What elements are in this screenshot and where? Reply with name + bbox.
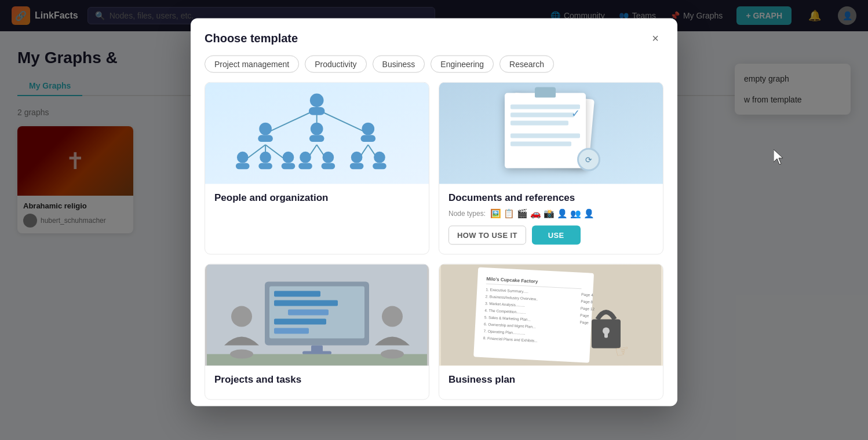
node-type-person-icon: 👤 bbox=[557, 208, 568, 219]
modal-header: Choose template × bbox=[191, 19, 677, 56]
svg-rect-15 bbox=[309, 135, 324, 142]
svg-rect-11 bbox=[309, 107, 325, 115]
svg-rect-37 bbox=[288, 310, 329, 316]
svg-line-2 bbox=[317, 109, 369, 133]
svg-point-46 bbox=[381, 350, 404, 359]
how-to-use-button[interactable]: HOW TO USE IT bbox=[448, 226, 526, 245]
template-grid: People and organization bbox=[191, 82, 677, 406]
svg-rect-66 bbox=[604, 331, 608, 338]
node-type-car-icon: 🚗 bbox=[530, 208, 541, 219]
node-types-row: Node types: 🖼️ 📋 🎬 🚗 📸 👤 👥 👤 bbox=[448, 208, 654, 219]
template-name-projects: Projects and tasks bbox=[214, 374, 420, 386]
svg-point-12 bbox=[260, 122, 272, 135]
template-card-docs-refs: ✓ ⟳ Documents and references Node types:… bbox=[439, 82, 663, 255]
svg-rect-38 bbox=[274, 319, 326, 325]
svg-point-22 bbox=[283, 152, 294, 163]
svg-rect-23 bbox=[282, 163, 296, 169]
svg-point-45 bbox=[230, 350, 253, 359]
template-body-bizplan: Business plan bbox=[439, 366, 663, 399]
node-types-label: Node types: bbox=[448, 210, 486, 218]
template-card-people-org: People and organization bbox=[205, 82, 429, 255]
svg-rect-27 bbox=[322, 163, 335, 169]
template-card-bizplan: Milo's Cupcake Factory 1. Executive Summ… bbox=[439, 264, 663, 400]
template-name-bizplan: Business plan bbox=[448, 374, 654, 386]
filter-chips: Project management Productivity Business… bbox=[191, 56, 677, 82]
node-type-user-icon: 👤 bbox=[583, 208, 595, 219]
svg-point-16 bbox=[362, 122, 375, 135]
chip-engineering[interactable]: Engineering bbox=[431, 56, 494, 73]
template-actions-docs: HOW TO USE IT USE bbox=[448, 226, 654, 245]
svg-rect-13 bbox=[258, 135, 273, 142]
modal-title: Choose template bbox=[205, 31, 298, 45]
svg-line-0 bbox=[265, 109, 317, 133]
svg-rect-31 bbox=[373, 163, 386, 169]
svg-text:☞: ☞ bbox=[614, 341, 631, 361]
svg-point-14 bbox=[311, 122, 323, 135]
use-button[interactable]: USE bbox=[532, 226, 581, 245]
svg-rect-36 bbox=[274, 300, 338, 306]
template-body-projects: Projects and tasks bbox=[205, 366, 429, 399]
svg-rect-21 bbox=[259, 163, 273, 169]
node-type-group-icon: 👥 bbox=[570, 208, 581, 219]
svg-point-18 bbox=[237, 152, 249, 163]
chip-business[interactable]: Business bbox=[373, 56, 425, 73]
node-type-photo-icon: 📸 bbox=[544, 208, 555, 219]
chip-research[interactable]: Research bbox=[499, 56, 554, 73]
template-name-docs-refs: Documents and references bbox=[448, 192, 654, 204]
docs-illustration: ✓ ⟳ bbox=[439, 83, 663, 184]
template-body-docs-refs: Documents and references Node types: 🖼️ … bbox=[439, 184, 663, 254]
svg-rect-39 bbox=[274, 328, 309, 334]
svg-point-44 bbox=[382, 306, 403, 327]
svg-rect-25 bbox=[298, 163, 312, 169]
chip-productivity[interactable]: Productivity bbox=[305, 56, 366, 73]
svg-point-28 bbox=[351, 152, 363, 163]
template-card-projects: Projects and tasks bbox=[205, 264, 429, 400]
svg-point-10 bbox=[310, 93, 324, 107]
org-chart-illustration bbox=[205, 83, 429, 184]
node-type-video-icon: 🎬 bbox=[517, 208, 528, 219]
choose-template-modal: Choose template × Project management Pro… bbox=[191, 19, 677, 406]
modal-close-button[interactable]: × bbox=[647, 30, 663, 46]
svg-point-20 bbox=[260, 152, 272, 163]
node-type-doc-icon: 📋 bbox=[504, 208, 515, 219]
svg-point-24 bbox=[300, 152, 311, 163]
svg-rect-17 bbox=[361, 135, 376, 142]
template-body-people-org: People and organization bbox=[205, 184, 429, 218]
projects-illustration bbox=[205, 265, 429, 366]
svg-rect-35 bbox=[274, 291, 320, 297]
template-name-people-org: People and organization bbox=[214, 192, 420, 204]
svg-point-26 bbox=[323, 152, 334, 163]
svg-rect-29 bbox=[350, 163, 364, 169]
bizplan-illustration: Milo's Cupcake Factory 1. Executive Summ… bbox=[439, 265, 663, 366]
svg-rect-19 bbox=[236, 163, 250, 169]
svg-point-30 bbox=[374, 152, 385, 163]
chip-project-management[interactable]: Project management bbox=[205, 56, 299, 73]
svg-point-43 bbox=[231, 306, 252, 327]
node-type-image-icon: 🖼️ bbox=[490, 208, 501, 219]
